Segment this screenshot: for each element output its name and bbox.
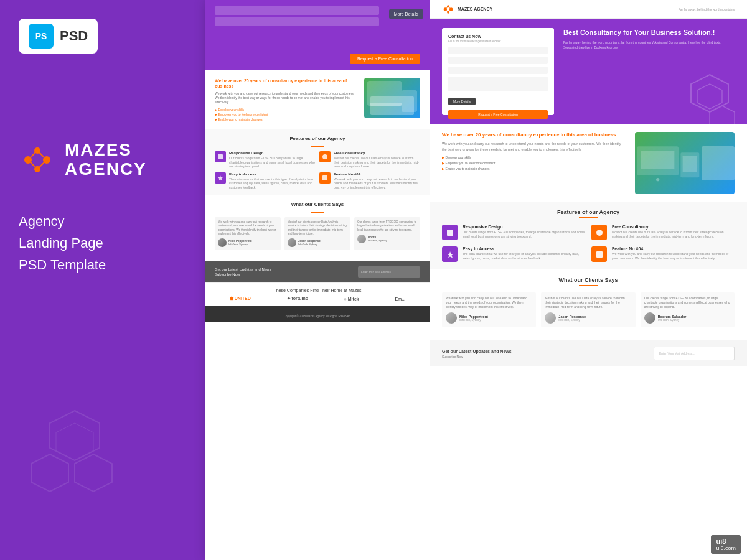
logo-agency: AGENCY [65, 160, 147, 179]
rp-devices-img [635, 132, 735, 194]
lp-device-img [364, 78, 420, 118]
lp-feature-item-4: Feature No #04 We work with you and carr… [319, 172, 420, 190]
svg-rect-17 [322, 175, 327, 180]
rp-bullet-1: Develop your skills [442, 155, 626, 161]
lp-avatar-1 [218, 238, 227, 247]
rp-feat-content-4: Feature No #04 We work with you and carr… [612, 246, 735, 262]
lp-feature-item-3: Easy to Access The data sources that we … [215, 172, 316, 190]
lp-company-em: Em... [395, 297, 405, 301]
lp-bullet-3: ▶ Enable you to maintain changes [215, 117, 358, 122]
lp-input-2 [215, 17, 379, 26]
preview-left: More Details Request a Free Consultation… [205, 0, 430, 560]
rp-input-phone[interactable] [448, 67, 548, 74]
lp-btn-more[interactable]: More Details [389, 9, 423, 19]
rp-feat-icon-1 [442, 225, 458, 240]
rp-form-title: Contact us Now [448, 34, 548, 39]
rp-input-message[interactable] [448, 77, 548, 91]
rp-client-3: Our clients range from FTSE 300 companie… [641, 292, 735, 327]
rp-header: MAZES AGENCY Far far away, behind the wo… [430, 0, 747, 19]
lp-hero-section: More Details [205, 0, 430, 50]
svg-marker-9 [56, 423, 93, 460]
lp-company-fortumo: ✦ fortumo [287, 296, 308, 301]
lp-avatar-3 [357, 235, 366, 243]
lp-newsletter-text: Get our Latest Updates and News Subscrib… [215, 267, 271, 278]
watermark: ui8 ui8.com [711, 535, 741, 554]
rp-btn-consultation[interactable]: Request a Free Consultation [448, 110, 548, 119]
rp-clients-grid: We work with you and carry out our resea… [442, 292, 735, 327]
rp-tagline: Far far away, behind the word mountains [679, 7, 735, 11]
rp-clients-line [579, 285, 598, 286]
lp-clients-section: What our Clients Says We work with you a… [205, 195, 430, 261]
lp-feat-content-4: Feature No #04 We work with you and carr… [334, 172, 420, 190]
lp-feature-item-1: Responsive Design Our clients range from… [215, 151, 316, 169]
hero-hex-decor [679, 72, 741, 134]
svg-rect-31 [641, 151, 674, 169]
lp-newsletter-input[interactable]: Enter Your Mail Address... [358, 266, 420, 278]
rp-nl-input[interactable]: Enter Your Mail Address... [654, 347, 735, 360]
rp-feat-icon-4 [591, 246, 607, 262]
lp-feat-icon-4 [319, 172, 331, 184]
rp-newsletter-text: Get our Latest Updates and News Subscrib… [442, 348, 512, 359]
rp-input-name[interactable] [448, 47, 548, 54]
rp-bullet-2: Empower you to feel more confident [442, 161, 626, 166]
rp-input-email[interactable] [448, 57, 548, 64]
svg-rect-12 [367, 81, 402, 106]
rp-clients-title: What our Clients Says [442, 277, 735, 283]
hex-decor-left [12, 404, 137, 529]
devices-illustration [635, 132, 702, 194]
lp-bullet-1: ▶ Develop your skills [215, 107, 358, 112]
lp-feat-icon-2 [319, 151, 331, 162]
rp-btn-more-details[interactable]: More Details [448, 98, 476, 105]
logo-mazes: MAZES [65, 141, 147, 160]
rp-bullet-3: Enable you to maintain changes [442, 166, 626, 172]
rp-feat-icon-3 [442, 246, 458, 262]
lp-consult-body: We work with you and carry out research … [215, 91, 358, 105]
rp-logo: MAZES AGENCY [442, 4, 492, 14]
svg-marker-11 [31, 454, 68, 492]
lp-feat-content-2: Free Consultancy Most of our clients use… [334, 151, 420, 169]
rp-consult-section: We have over 20 years of consultancy exp… [430, 124, 747, 202]
lp-client-card-2: Most of our clients use our Data Analysi… [284, 217, 350, 250]
rp-hero-content: Best Consultancy for Your Business Solut… [563, 28, 735, 115]
lp-feat-icon-3 [215, 172, 226, 184]
rp-feat-content-2: Free Consultancy Most of our clients use… [612, 225, 735, 240]
lp-btn-orange[interactable]: Request a Free Consultation [350, 54, 420, 64]
svg-point-16 [322, 154, 327, 159]
svg-line-7 [28, 160, 37, 169]
svg-marker-10 [75, 454, 112, 492]
rp-features-title: Features of our Agency [442, 209, 735, 215]
lp-avatar-2 [288, 238, 296, 247]
previews-container: More Details Request a Free Consultation… [205, 0, 747, 560]
lp-companies-title: These Companies Find Their Home at Mazes [215, 288, 420, 292]
rp-feature-3: Easy to Access The data sources that we … [442, 246, 585, 262]
rp-consult-body: We work with you and carry out research … [442, 141, 626, 152]
rp-feature-4: Feature No #04 We work with you and carr… [591, 246, 735, 262]
lp-consult-heading: We have over 20 years of consultancy exp… [215, 78, 358, 89]
svg-point-33 [656, 178, 659, 181]
lp-feat-content-3: Easy to Access The data sources that we … [229, 172, 316, 190]
rp-hero-title: Best Consultancy for Your Business Solut… [563, 28, 735, 37]
logo-area: MAZES AGENCY [19, 141, 147, 179]
lp-consult-section: We have over 20 years of consultancy exp… [205, 70, 430, 129]
rp-logo-icon [442, 4, 454, 14]
rp-avatar-1 [446, 312, 457, 324]
rp-consult-text: We have over 20 years of consultancy exp… [442, 132, 626, 194]
lp-feat-content-1: Responsive Design Our clients range from… [229, 151, 316, 169]
svg-point-35 [596, 230, 603, 236]
rp-feature-1: Responsive Design Our clients range from… [442, 225, 585, 240]
lp-bullet-2: ▶ Empower you to feel more confident [215, 112, 358, 117]
psd-label: PSD [60, 28, 88, 44]
rp-features-line [579, 217, 598, 218]
lp-features-section: Features of our Agency Responsive Design… [205, 129, 430, 195]
rp-logo-text: MAZES AGENCY [458, 7, 492, 12]
rp-form-subtitle: Fill in the form below to get instant ac… [448, 40, 548, 43]
rp-feat-content-3: Easy to Access The data sources that we … [463, 246, 585, 262]
svg-rect-14 [402, 90, 417, 112]
rp-feat-content-1: Responsive Design Our clients range from… [463, 225, 585, 240]
svg-rect-36 [596, 251, 603, 258]
lp-feature-item-2: Free Consultancy Most of our clients use… [319, 151, 420, 169]
rp-contact-form: Contact us Now Fill in the form below to… [442, 28, 554, 115]
lp-clients-title: What our Clients Says [215, 202, 420, 207]
rp-avatar-2 [545, 312, 556, 324]
lp-clients-grid: We work with you and carry out research … [215, 217, 420, 250]
